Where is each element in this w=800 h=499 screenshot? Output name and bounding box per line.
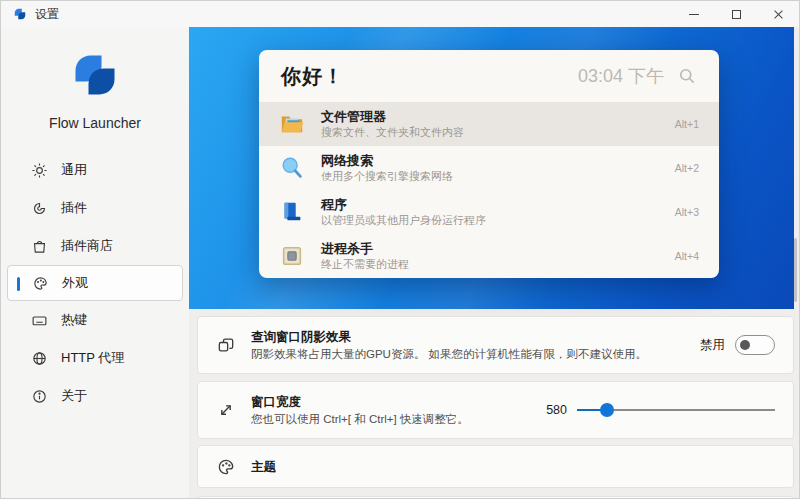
gear-icon [31, 162, 48, 179]
close-button[interactable] [757, 1, 799, 27]
palette-icon [32, 275, 49, 292]
sidebar-item-hotkey[interactable]: 热键 [1, 301, 189, 339]
search-icon [677, 66, 697, 86]
setting-title: 窗口宽度 [251, 394, 469, 410]
result-subtitle: 以管理员或其他用户身份运行程序 [321, 213, 486, 227]
setting-theme[interactable]: 主题 [197, 445, 794, 488]
maximize-icon [732, 10, 741, 19]
setting-subtitle: 阴影效果将占用大量的GPU资源。 如果您的计算机性能有限，则不建议使用。 [251, 347, 647, 362]
globe-icon [31, 350, 48, 367]
scrollbar-thumb[interactable] [794, 238, 797, 302]
maximize-button[interactable] [715, 1, 757, 27]
result-process-killer[interactable]: 进程杀手 终止不需要的进程 Alt+4 [259, 234, 719, 278]
shadow-effect-icon [216, 335, 236, 355]
web-search-icon [279, 155, 305, 181]
info-icon [31, 388, 48, 405]
result-subtitle: 使用多个搜索引擎搜索网络 [321, 169, 453, 183]
setting-title: 主题 [251, 459, 276, 475]
launcher-preview-wallpaper: 你好！ 03:04 下午 [189, 27, 794, 309]
result-hotkey: Alt+3 [675, 206, 699, 218]
setting-next-partial [197, 496, 794, 498]
minimize-icon [689, 14, 699, 15]
sidebar-item-label: 关于 [61, 387, 87, 405]
result-title: 网络搜索 [321, 153, 453, 169]
result-web-search[interactable]: 网络搜索 使用多个搜索引擎搜索网络 Alt+2 [259, 146, 719, 190]
result-title: 文件管理器 [321, 109, 464, 125]
result-hotkey: Alt+1 [675, 118, 699, 130]
query-text: 你好！ [281, 63, 344, 90]
sidebar: Flow Launcher 通用 插件 [1, 27, 189, 498]
width-slider[interactable] [577, 403, 775, 417]
sidebar-item-label: 外观 [62, 274, 88, 292]
result-title: 进程杀手 [321, 241, 409, 257]
plugin-icon [31, 200, 48, 217]
sidebar-item-general[interactable]: 通用 [1, 151, 189, 189]
sidebar-item-about[interactable]: 关于 [1, 377, 189, 415]
result-hotkey: Alt+2 [675, 162, 699, 174]
program-icon [279, 199, 305, 225]
sidebar-item-label: 插件商店 [61, 237, 113, 255]
result-title: 程序 [321, 197, 486, 213]
sidebar-item-http-proxy[interactable]: HTTP 代理 [1, 339, 189, 377]
palette-icon [216, 457, 236, 477]
cpu-icon [279, 243, 305, 269]
launcher-query-bar: 你好！ 03:04 下午 [259, 50, 719, 102]
setting-window-width: 窗口宽度 您也可以使用 Ctrl+[ 和 Ctrl+] 快速调整它。 580 [197, 381, 794, 439]
sidebar-item-label: HTTP 代理 [61, 349, 124, 367]
sidebar-nav: 通用 插件 插件商店 [1, 151, 189, 415]
close-icon [773, 9, 784, 20]
store-icon [31, 238, 48, 255]
result-file-manager[interactable]: 文件管理器 搜索文件、文件夹和文件内容 Alt+1 [259, 102, 719, 146]
brand-name: Flow Launcher [1, 115, 189, 131]
launcher-preview: 你好！ 03:04 下午 [259, 50, 719, 278]
result-program[interactable]: 程序 以管理员或其他用户身份运行程序 Alt+3 [259, 190, 719, 234]
flow-launcher-logo-icon [13, 7, 27, 21]
shadow-effect-toggle[interactable] [735, 335, 775, 355]
settings-window: 设置 Flow Launcher 通用 [0, 0, 800, 499]
clock-text: 03:04 下午 [578, 64, 664, 88]
width-value: 580 [546, 403, 567, 417]
toggle-state-label: 禁用 [700, 337, 725, 354]
resize-icon [216, 400, 236, 420]
sidebar-item-plugin-store[interactable]: 插件商店 [1, 227, 189, 265]
result-hotkey: Alt+4 [675, 250, 699, 262]
sidebar-item-label: 插件 [61, 199, 87, 217]
setting-shadow-effect: 查询窗口阴影效果 阴影效果将占用大量的GPU资源。 如果您的计算机性能有限，则不… [197, 316, 794, 374]
toggle-knob [740, 340, 750, 350]
window-title: 设置 [35, 6, 59, 23]
main-content: 你好！ 03:04 下午 [189, 27, 799, 498]
flow-launcher-logo [69, 49, 121, 101]
sidebar-item-label: 通用 [61, 161, 87, 179]
setting-title: 查询窗口阴影效果 [251, 329, 647, 345]
minimize-button[interactable] [673, 1, 715, 27]
selection-accent [17, 277, 20, 291]
result-subtitle: 搜索文件、文件夹和文件内容 [321, 125, 464, 139]
sidebar-item-label: 热键 [61, 311, 87, 329]
slider-thumb[interactable] [600, 403, 614, 417]
folder-icon [279, 111, 305, 137]
sidebar-item-appearance[interactable]: 外观 [7, 265, 183, 301]
setting-subtitle: 您也可以使用 Ctrl+[ 和 Ctrl+] 快速调整它。 [251, 412, 469, 427]
titlebar: 设置 [1, 1, 799, 27]
brand: Flow Launcher [1, 49, 189, 131]
keyboard-icon [31, 312, 48, 329]
sidebar-item-plugins[interactable]: 插件 [1, 189, 189, 227]
result-subtitle: 终止不需要的进程 [321, 257, 409, 271]
